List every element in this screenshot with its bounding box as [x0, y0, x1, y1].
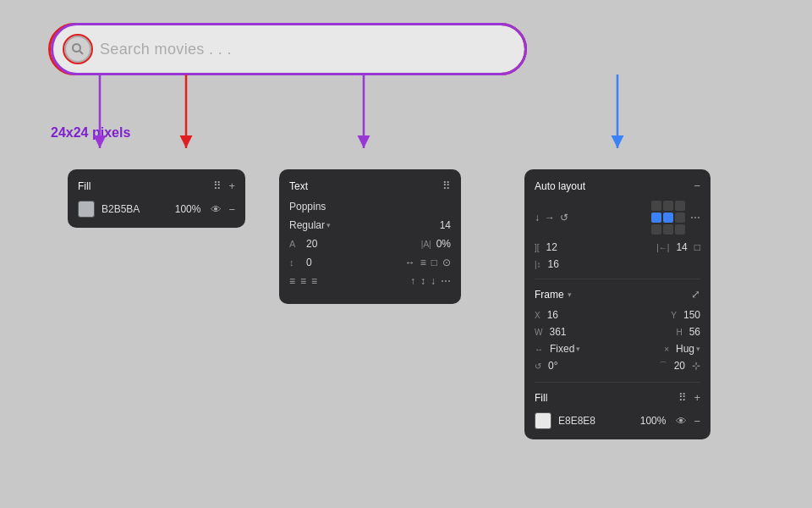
text-panel-icons: ⠿	[442, 179, 451, 192]
fill-panel-icons: ⠿ +	[213, 179, 235, 192]
wh-row: W 361 H 56	[535, 326, 700, 338]
grid-tl[interactable]	[651, 201, 661, 211]
grid-tc[interactable]	[663, 201, 673, 211]
grid-ml[interactable]	[651, 213, 661, 223]
padding-v-label: |↕	[535, 260, 541, 269]
fill-hex-value: B2B5BA	[102, 203, 163, 215]
search-icon	[71, 42, 85, 56]
padding-v-row: |↕ 16	[535, 258, 700, 270]
height-mode-value: Hug	[676, 343, 694, 355]
text-right-icon[interactable]: ≡	[311, 275, 317, 287]
x-label: X	[535, 311, 540, 320]
direction-row: ↓ → ↺ ⋯	[535, 201, 700, 235]
auto-fill-icons: ⠿ +	[678, 391, 700, 404]
corner-adjust-icon[interactable]: ⊹	[692, 360, 700, 372]
w-value: 361	[549, 326, 566, 338]
text-panel: Text ⠿ Poppins Regular ▾ 14 A 20 |A| 0% …	[279, 169, 461, 304]
auto-fill-section: Fill ⠿ + E8E8E8 100% 👁 −	[535, 391, 700, 429]
auto-fill-minus-icon[interactable]: −	[694, 415, 700, 428]
dir-wrap-icon[interactable]: ↺	[560, 212, 568, 224]
auto-more-icon[interactable]: ⋯	[690, 212, 700, 224]
search-bar[interactable]: Search movies . . .	[51, 25, 524, 73]
text-align-row: ≡ ≡ ≡ ↑ ↕ ↓ ⋯	[289, 275, 451, 287]
padding-h-label: |←|	[656, 243, 669, 252]
align-icons: ↔ ≡ □ ⊙	[405, 257, 451, 268]
valign-mid-icon[interactable]: ↕	[420, 275, 425, 287]
font-size-value: 14	[440, 219, 451, 231]
clip-square-icon[interactable]: □	[694, 241, 700, 253]
width-mode-select[interactable]: Fixed ▾	[550, 343, 580, 355]
letter-spacing-icon: |A|	[421, 240, 431, 249]
corner-label: ⌒	[659, 360, 667, 372]
align-h-icon[interactable]: ↔	[405, 257, 415, 268]
h-value: 56	[689, 326, 700, 338]
frame-title-group: Frame ▾	[535, 289, 572, 301]
dir-down-icon[interactable]: ↓	[535, 212, 540, 224]
text-center-icon[interactable]: ≡	[300, 275, 306, 287]
auto-fill-grid-icon[interactable]: ⠿	[678, 391, 687, 404]
rotation-value: 0°	[548, 360, 557, 372]
gap-label: ][	[535, 243, 540, 252]
height-mode-select[interactable]: Hug ▾	[676, 343, 700, 355]
auto-layout-header-icons: −	[694, 179, 700, 192]
frame-chevron: ▾	[568, 290, 572, 299]
x-value: 16	[547, 309, 558, 321]
width-mode-value: Fixed	[550, 343, 574, 355]
auto-layout-title: Auto layout	[535, 180, 585, 192]
grid-mc[interactable]	[663, 213, 673, 223]
text-left-icon[interactable]: ≡	[289, 275, 295, 287]
clip-icon[interactable]: ⊙	[442, 257, 451, 268]
auto-minus-icon[interactable]: −	[694, 179, 700, 192]
h-label: H	[676, 328, 682, 337]
auto-fill-eye-icon[interactable]: 👁	[676, 415, 687, 428]
padding-h-value: 14	[676, 241, 687, 253]
text-panel-title: Text	[289, 180, 308, 192]
dir-right-icon[interactable]: →	[545, 212, 555, 224]
fill-eye-icon[interactable]: 👁	[211, 203, 222, 216]
style-chevron: ▾	[326, 221, 331, 229]
fill-panel: Fill ⠿ + B2B5BA 100% 👁 −	[68, 169, 245, 228]
font-style-row: Regular ▾ 14	[289, 219, 451, 231]
gap-value: 12	[546, 241, 557, 253]
align-right-icon[interactable]: □	[431, 257, 437, 268]
fill-panel-title: Fill	[78, 180, 91, 192]
line-height-icon: A	[289, 239, 301, 249]
valign-top-icon[interactable]: ↑	[410, 275, 415, 287]
width-mode-label: ↔	[535, 345, 543, 354]
auto-fill-swatch[interactable]	[535, 412, 551, 429]
grid-br[interactable]	[675, 224, 685, 235]
auto-layout-header: Auto layout −	[535, 179, 700, 192]
corner-row: ↺ 0° ⌒ 20 ⊹	[535, 360, 700, 372]
grid-bl[interactable]	[651, 224, 661, 235]
valign-bot-icon[interactable]: ↓	[431, 275, 436, 287]
fill-minus-icon[interactable]: −	[228, 203, 235, 216]
text-grid-icon[interactable]: ⠿	[442, 179, 451, 192]
search-icon-wrapper	[64, 36, 91, 63]
grid-bc[interactable]	[663, 224, 673, 235]
auto-fill-add-icon[interactable]: +	[694, 391, 700, 404]
height-mode-label: ×	[664, 345, 669, 354]
line-height-row: A 20 |A| 0%	[289, 238, 451, 250]
grid-tr[interactable]	[675, 201, 685, 211]
mode-row: ↔ Fixed ▾ × Hug ▾	[535, 343, 700, 355]
align-center-icon[interactable]: ≡	[420, 257, 426, 268]
frame-expand-icon[interactable]: ⤢	[691, 288, 700, 301]
auto-layout-panel: Auto layout − ↓ → ↺ ⋯ ][ 12 |←| 14 □ |↕	[524, 169, 710, 439]
fill-swatch[interactable]	[78, 201, 95, 218]
more-icon[interactable]: ⋯	[441, 275, 451, 287]
padding-v-value: 16	[548, 258, 559, 270]
frame-title: Frame	[535, 289, 564, 301]
size-annotation: 24x24 pixels	[51, 125, 130, 141]
rotation-label: ↺	[535, 362, 541, 371]
auto-fill-header: Fill ⠿ +	[535, 391, 700, 404]
fill-grid-icon[interactable]: ⠿	[213, 179, 222, 192]
xy-row: X 16 Y 150	[535, 309, 700, 321]
auto-fill-title: Fill	[535, 392, 547, 404]
gap-row: ][ 12 |←| 14 □	[535, 241, 700, 253]
divider-2	[535, 382, 700, 383]
grid-mr[interactable]	[675, 213, 685, 223]
font-style-value: Regular	[289, 219, 325, 231]
font-name-value: Poppins	[289, 201, 326, 213]
fill-add-icon[interactable]: +	[228, 179, 235, 192]
font-style-select[interactable]: Regular ▾	[289, 219, 331, 231]
